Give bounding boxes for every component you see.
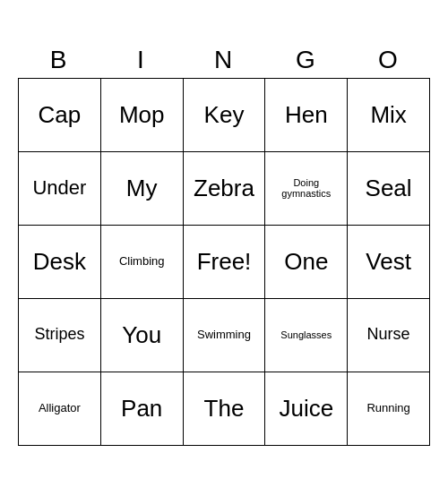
bingo-cell-r1-c1: My [101, 152, 184, 226]
header-letter: I [100, 42, 183, 78]
bingo-cell-r3-c2: Swimming [184, 299, 266, 372]
bingo-cell-r1-c0: Under [19, 152, 101, 226]
cell-text: Alligator [39, 402, 81, 414]
cell-text: Seal [366, 175, 412, 201]
bingo-cell-r4-c4: Running [348, 372, 430, 446]
bingo-cell-r1-c2: Zebra [184, 152, 266, 226]
bingo-header: BINGO [18, 42, 430, 78]
bingo-cell-r4-c3: Juice [265, 372, 348, 446]
cell-text: You [122, 322, 161, 348]
bingo-cell-r2-c0: Desk [19, 226, 101, 299]
bingo-cell-r4-c0: Alligator [19, 372, 101, 446]
bingo-cell-r0-c3: Hen [265, 79, 348, 152]
bingo-cell-r1-c4: Seal [348, 152, 430, 226]
bingo-cell-r3-c1: You [101, 299, 184, 372]
bingo-grid: CapMopKeyHenMixUnderMyZebraDoing gymnast… [18, 78, 430, 446]
cell-text: Stripes [34, 326, 84, 344]
bingo-cell-r2-c1: Climbing [101, 226, 184, 299]
header-letter: N [183, 42, 265, 78]
cell-text: Zebra [194, 175, 254, 201]
cell-text: Key [204, 102, 245, 128]
cell-text: The [204, 396, 245, 422]
cell-text: Juice [279, 396, 333, 422]
cell-text: Nurse [367, 326, 410, 344]
cell-text: Mop [119, 102, 165, 128]
bingo-cell-r1-c3: Doing gymnastics [265, 152, 348, 226]
cell-text: Climbing [119, 255, 165, 268]
cell-text: My [126, 175, 158, 201]
cell-text: Free! [197, 249, 252, 275]
header-letter: B [18, 42, 100, 78]
cell-text: Sunglasses [280, 329, 332, 340]
cell-text: Pan [121, 396, 162, 422]
cell-text: Hen [285, 102, 328, 128]
bingo-cell-r0-c4: Mix [348, 79, 430, 152]
cell-text: Running [366, 402, 409, 414]
cell-text: Doing gymnastics [269, 177, 343, 199]
bingo-cell-r2-c4: Vest [348, 226, 430, 299]
header-letter: G [265, 42, 348, 78]
bingo-card: BINGO CapMopKeyHenMixUnderMyZebraDoing g… [18, 42, 430, 446]
bingo-cell-r0-c2: Key [184, 79, 266, 152]
cell-text: Cap [39, 102, 82, 128]
cell-text: Vest [366, 249, 411, 275]
bingo-cell-r0-c0: Cap [19, 79, 101, 152]
bingo-cell-r0-c1: Mop [101, 79, 184, 152]
bingo-cell-r2-c3: One [265, 226, 348, 299]
bingo-cell-r3-c3: Sunglasses [265, 299, 348, 372]
bingo-cell-r3-c4: Nurse [348, 299, 430, 372]
cell-text: Under [32, 177, 86, 199]
cell-text: Desk [33, 249, 86, 275]
cell-text: Swimming [197, 329, 251, 341]
bingo-cell-r4-c2: The [184, 372, 266, 446]
bingo-cell-r3-c0: Stripes [19, 299, 101, 372]
header-letter: O [348, 42, 430, 78]
bingo-cell-r4-c1: Pan [101, 372, 184, 446]
cell-text: One [284, 249, 328, 275]
bingo-cell-r2-c2: Free! [184, 226, 266, 299]
cell-text: Mix [370, 102, 406, 128]
